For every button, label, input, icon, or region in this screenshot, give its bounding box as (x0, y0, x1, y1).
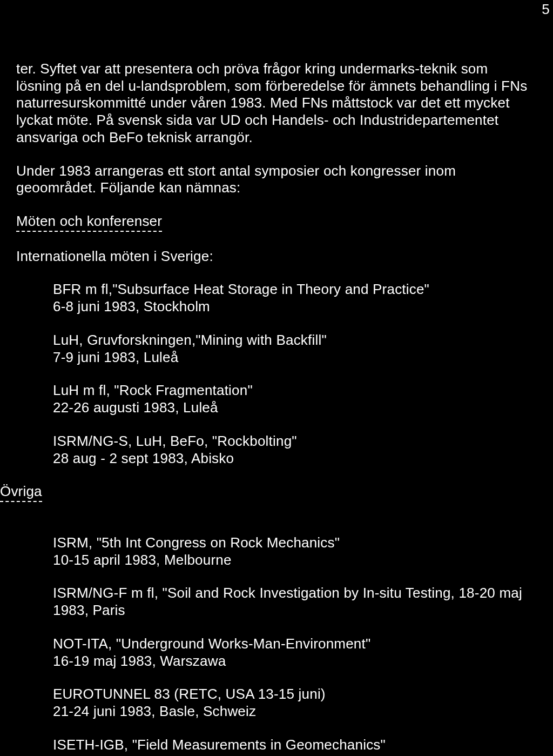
list-item: ISETH-IGB, "Field Measurements in Geomec… (53, 737, 537, 756)
paragraph-2: Under 1983 arrangeras ett stort antal sy… (16, 163, 537, 197)
list-item: LuH m fl, "Rock Fragmentation" 22-26 aug… (53, 382, 537, 416)
list-item: ISRM, "5th Int Congress on Rock Mechanic… (53, 534, 537, 568)
meetings-heading-wrapper: Möten och konferenser (16, 213, 537, 248)
list-item: ISRM/NG-S, LuH, BeFo, "Rockbolting" 28 a… (53, 433, 537, 467)
list-item: EUROTUNNEL 83 (RETC, USA 13-15 juni) 21-… (53, 686, 537, 720)
meetings-heading: Möten och konferenser (16, 213, 162, 232)
list-item: LuH, Gruvforskningen,"Mining with Backfi… (53, 332, 537, 366)
page-number: 5 (542, 1, 550, 18)
paragraph-1: ter. Syftet var att presentera och pröva… (16, 61, 537, 146)
list-item: BFR m fl,"Subsurface Heat Storage in The… (53, 281, 537, 315)
ovriga-heading: Övriga (0, 483, 42, 502)
list-item: ISRM/NG-F m fl, "Soil and Rock Investiga… (53, 585, 537, 619)
document-page: 5 ter. Syftet var att presentera och prö… (0, 0, 553, 756)
list-item: NOT-ITA, "Underground Works-Man-Environm… (53, 635, 537, 670)
ovriga-list: ISRM, "5th Int Congress on Rock Mechanic… (16, 534, 537, 756)
international-meetings-subhead: Internationella möten i Sverige: (16, 248, 537, 265)
international-meetings-list: BFR m fl,"Subsurface Heat Storage in The… (16, 281, 537, 467)
ovriga-heading-wrapper: Övriga (0, 483, 537, 518)
